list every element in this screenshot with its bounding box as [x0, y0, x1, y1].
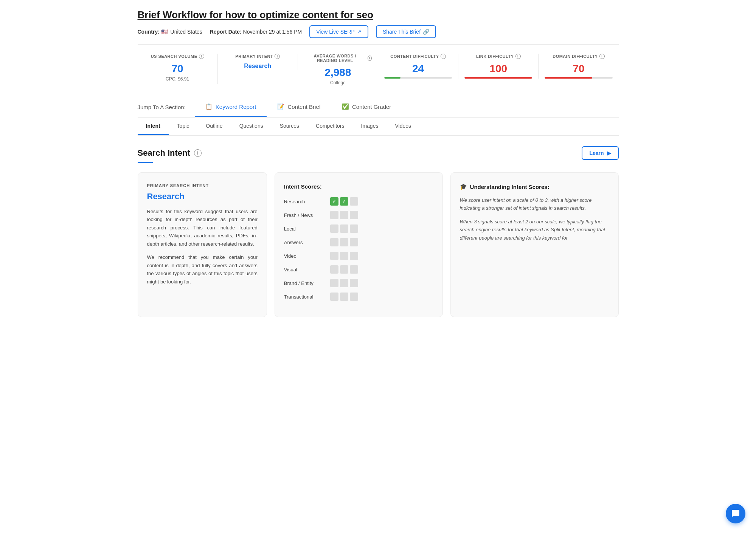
tab-keyword-report[interactable]: 📋 Keyword Report: [195, 97, 267, 117]
intent-row-research: Research: [284, 197, 433, 206]
sub-tab-topic[interactable]: Topic: [169, 118, 198, 135]
score-box-empty: [340, 211, 348, 219]
info-icon-link-diff[interactable]: i: [515, 54, 521, 59]
report-date: Report Date: November 29 at 1:56 PM: [210, 29, 302, 35]
score-box-empty: [350, 224, 358, 233]
intent-row-fresh-news: Fresh / News: [284, 211, 433, 219]
stat-content-difficulty: CONTENT DIFFICULTY i 24: [378, 54, 458, 79]
info-icon-content-diff[interactable]: i: [441, 54, 446, 59]
link-icon: 🔗: [423, 29, 429, 35]
stat-avg-words: AVERAGE WORDS / READING LEVEL i 2,988 Co…: [298, 54, 378, 88]
sub-tab-sources[interactable]: Sources: [272, 118, 307, 135]
section-navigation: Jump To A Section: 📋 Keyword Report 📝 Co…: [138, 97, 619, 118]
understanding-intent-card: 🎓 Understanding Intent Scores: We score …: [450, 172, 619, 317]
intent-row-brand: Brand / Entity: [284, 279, 433, 287]
score-box-empty: [350, 252, 358, 260]
page-title: Brief Workflow for how to optimize conte…: [138, 9, 619, 21]
country-label: Country: 🇺🇸 United States: [138, 29, 202, 35]
sub-tab-videos[interactable]: Videos: [387, 118, 419, 135]
intent-row-visual: Visual: [284, 265, 433, 274]
page-header: Brief Workflow for how to optimize conte…: [138, 9, 619, 45]
score-box-empty: [330, 293, 338, 301]
score-box-empty: [350, 279, 358, 287]
section-underline: [138, 162, 153, 163]
score-box-empty: [340, 224, 348, 233]
score-box-empty: [340, 252, 348, 260]
score-box-empty: [330, 279, 338, 287]
keyword-report-icon: 📋: [205, 103, 213, 110]
info-icon-domain-diff[interactable]: i: [599, 54, 605, 59]
external-link-icon: ↗: [357, 29, 362, 35]
stat-link-difficulty: LINK DIFFICULTY i 100: [458, 54, 539, 79]
score-box-empty: [350, 265, 358, 274]
content-area: Search Intent i Learn ▶ PRIMARY SEARCH I…: [138, 136, 619, 328]
stat-us-search-volume: US SEARCH VOLUME i 70 CPC: $6.91: [138, 54, 218, 84]
content-diff-bar: [384, 77, 452, 79]
score-box-empty: [350, 238, 358, 246]
intent-content-grid: PRIMARY SEARCH INTENT Research Results f…: [138, 172, 619, 317]
sub-tab-outline[interactable]: Outline: [197, 118, 231, 135]
stats-bar: US SEARCH VOLUME i 70 CPC: $6.91 PRIMARY…: [138, 45, 619, 97]
jump-label: Jump To A Section:: [138, 98, 195, 116]
info-icon-search-intent[interactable]: i: [194, 149, 202, 157]
content-grader-icon: ✅: [342, 103, 349, 110]
content-brief-icon: 📝: [277, 103, 284, 110]
sub-tab-intent[interactable]: Intent: [138, 118, 169, 135]
sub-tab-questions[interactable]: Questions: [231, 118, 272, 135]
stat-primary-intent: PRIMARY INTENT i Research: [218, 54, 298, 70]
intent-row-transactional: Transactional: [284, 293, 433, 301]
view-serp-button[interactable]: View Live SERP ↗: [309, 25, 368, 38]
intent-row-video: Video: [284, 252, 433, 260]
score-box-empty: [340, 265, 348, 274]
graduation-icon: 🎓: [460, 183, 467, 190]
intent-row-answers: Answers: [284, 238, 433, 246]
section-heading: Search Intent i: [138, 148, 202, 158]
sub-tab-competitors[interactable]: Competitors: [307, 118, 352, 135]
intent-link[interactable]: Research: [244, 63, 271, 69]
tab-content-brief[interactable]: 📝 Content Brief: [267, 97, 331, 117]
score-box-filled: [340, 197, 348, 206]
play-icon: ▶: [607, 150, 611, 156]
learn-button[interactable]: Learn ▶: [582, 146, 618, 160]
score-box-filled: [330, 197, 338, 206]
score-box-empty: [340, 238, 348, 246]
info-icon-volume[interactable]: i: [199, 54, 204, 59]
score-box-empty: [350, 211, 358, 219]
stat-domain-difficulty: DOMAIN DIFFICULTY i 70: [539, 54, 618, 79]
intent-row-local: Local: [284, 224, 433, 233]
score-box-empty: [340, 279, 348, 287]
score-box-empty: [330, 252, 338, 260]
intent-scores-card: Intent Scores: Research Fresh / News: [275, 172, 443, 317]
score-box-empty: [350, 293, 358, 301]
sub-tab-images[interactable]: Images: [353, 118, 387, 135]
info-icon-intent[interactable]: i: [275, 54, 280, 59]
score-box-empty: [340, 293, 348, 301]
domain-diff-bar: [545, 77, 612, 79]
tab-content-grader[interactable]: ✅ Content Grader: [331, 97, 402, 117]
link-diff-bar: [464, 77, 532, 79]
primary-intent-card: PRIMARY SEARCH INTENT Research Results f…: [138, 172, 267, 317]
score-box-empty: [330, 211, 338, 219]
share-brief-button[interactable]: Share This Brief 🔗: [376, 25, 436, 38]
info-icon-words[interactable]: i: [368, 56, 372, 61]
score-box-empty: [330, 224, 338, 233]
sub-tab-navigation: Intent Topic Outline Questions Sources C…: [138, 118, 619, 136]
score-box-empty: [350, 197, 358, 206]
score-box-empty: [330, 238, 338, 246]
score-box-empty: [330, 265, 338, 274]
